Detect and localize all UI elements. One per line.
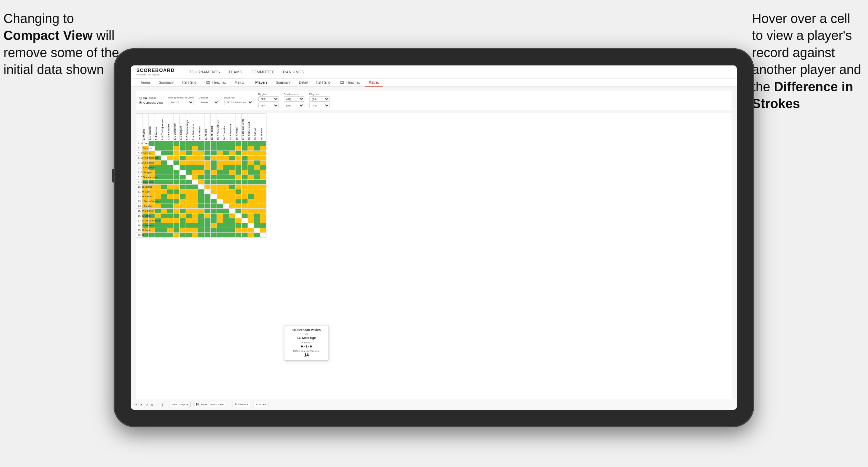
matrix-cell-8-2[interactable] <box>155 180 161 185</box>
matrix-cell-3-14[interactable] <box>229 156 236 160</box>
matrix-cell-2-5[interactable] <box>174 151 180 156</box>
matrix-cell-3-13[interactable] <box>223 156 229 160</box>
matrix-cell-1-5[interactable] <box>174 146 180 151</box>
matrix-cell-14-9[interactable] <box>198 209 205 214</box>
matrix-cell-10-2[interactable] <box>155 189 161 194</box>
matrix-cell-10-19[interactable] <box>260 189 266 194</box>
matrix-cell-2-6[interactable] <box>180 151 186 156</box>
players-select-2[interactable]: (All) <box>309 103 330 108</box>
matrix-cell-17-6[interactable] <box>180 223 186 228</box>
matrix-cell-15-15[interactable] <box>236 214 242 218</box>
matrix-cell-15-8[interactable] <box>192 214 198 218</box>
matrix-cell-17-15[interactable] <box>236 223 242 228</box>
matrix-cell-12-11[interactable] <box>211 199 217 204</box>
matrix-cell-8-19[interactable] <box>260 180 266 185</box>
reset-icon[interactable]: ↺ <box>145 403 148 406</box>
matrix-cell-3-8[interactable] <box>192 156 198 160</box>
matrix-cell-6-10[interactable] <box>205 170 211 175</box>
matrix-cell-5-17[interactable] <box>248 165 254 170</box>
matrix-cell-15-3[interactable] <box>161 214 167 218</box>
matrix-cell-15-6[interactable] <box>180 214 186 218</box>
matrix-cell-12-12[interactable] <box>217 199 223 204</box>
matrix-cell-6-12[interactable] <box>217 170 223 175</box>
matrix-cell-9-14[interactable] <box>229 185 236 189</box>
matrix-cell-6-11[interactable] <box>211 170 217 175</box>
matrix-cell-7-9[interactable] <box>198 175 205 180</box>
matrix-cell-12-9[interactable] <box>198 199 205 204</box>
division-select[interactable]: NCAA Division I <box>224 100 253 105</box>
matrix-cell-14-3[interactable] <box>161 209 167 214</box>
matrix-cell-4-9[interactable] <box>198 160 205 165</box>
matrix-cell-1-11[interactable] <box>211 146 217 151</box>
matrix-cell-10-11[interactable] <box>211 189 217 194</box>
share-btn[interactable]: ↗ Share <box>253 402 269 407</box>
matrix-cell-6-5[interactable] <box>174 170 180 175</box>
matrix-cell-0-17[interactable] <box>248 141 254 146</box>
matrix-cell-1-7[interactable] <box>186 146 192 151</box>
matrix-cell-16-9[interactable] <box>198 218 205 223</box>
matrix-cell-11-18[interactable] <box>254 194 260 199</box>
info-icon[interactable]: ℹ <box>162 403 163 406</box>
matrix-cell-0-3[interactable] <box>161 141 167 146</box>
matrix-cell-0-19[interactable] <box>260 141 266 146</box>
matrix-cell-10-1[interactable] <box>149 189 155 194</box>
matrix-cell-18-11[interactable] <box>211 228 217 233</box>
matrix-cell-17-17[interactable] <box>248 223 254 228</box>
matrix-cell-14-6[interactable] <box>180 209 186 214</box>
matrix-cell-0-8[interactable] <box>192 141 198 146</box>
matrix-cell-13-17[interactable] <box>248 204 254 209</box>
matrix-cell-19-9[interactable] <box>198 233 205 238</box>
matrix-cell-16-16[interactable] <box>242 218 248 223</box>
matrix-cell-15-4[interactable] <box>167 214 174 218</box>
matrix-cell-8-3[interactable] <box>161 180 167 185</box>
matrix-cell-1-14[interactable] <box>229 146 236 151</box>
matrix-cell-17-16[interactable] <box>242 223 248 228</box>
matrix-cell-13-14[interactable] <box>229 204 236 209</box>
tab-detail[interactable]: Detail <box>295 79 312 87</box>
matrix-cell-13-12[interactable] <box>217 204 223 209</box>
matrix-cell-2-8[interactable] <box>192 151 198 156</box>
matrix-cell-5-2[interactable] <box>155 165 161 170</box>
matrix-cell-0-12[interactable] <box>217 141 223 146</box>
matrix-cell-3-12[interactable] <box>217 156 223 160</box>
matrix-cell-2-10[interactable] <box>205 151 211 156</box>
matrix-cell-0-1[interactable] <box>149 141 155 146</box>
matrix-cell-19-7[interactable] <box>186 233 192 238</box>
matrix-cell-19-10[interactable] <box>205 233 211 238</box>
matrix-container[interactable]: 1. W Ding2. L Clanton3. J Koivun4. M Tho… <box>136 113 732 402</box>
matrix-cell-4-12[interactable] <box>217 160 223 165</box>
matrix-cell-13-4[interactable] <box>167 204 174 209</box>
matrix-cell-15-7[interactable] <box>186 214 192 218</box>
matrix-cell-8-7[interactable] <box>186 180 192 185</box>
matrix-cell-4-13[interactable] <box>223 160 229 165</box>
matrix-cell-1-19[interactable] <box>260 146 266 151</box>
matrix-cell-17-18[interactable] <box>254 223 260 228</box>
matrix-cell-9-13[interactable] <box>223 185 229 189</box>
matrix-cell-15-17[interactable] <box>248 214 254 218</box>
matrix-cell-14-18[interactable] <box>254 209 260 214</box>
matrix-cell-8-10[interactable] <box>205 180 211 185</box>
matrix-cell-14-4[interactable] <box>167 209 174 214</box>
matrix-cell-0-13[interactable] <box>223 141 229 146</box>
matrix-cell-8-13[interactable] <box>223 180 229 185</box>
matrix-cell-19-8[interactable] <box>192 233 198 238</box>
matrix-cell-3-11[interactable] <box>211 156 217 160</box>
matrix-cell-4-11[interactable] <box>211 160 217 165</box>
matrix-cell-16-11[interactable] <box>211 218 217 223</box>
matrix-cell-12-5[interactable] <box>174 199 180 204</box>
players-select-1[interactable]: (All) <box>309 96 330 102</box>
matrix-cell-2-15[interactable] <box>236 151 242 156</box>
matrix-cell-10-8[interactable] <box>192 189 198 194</box>
matrix-cell-3-7[interactable] <box>186 156 192 160</box>
matrix-cell-15-16[interactable] <box>242 214 248 218</box>
matrix-cell-10-12[interactable] <box>217 189 223 194</box>
matrix-cell-16-15[interactable] <box>236 218 242 223</box>
matrix-cell-7-19[interactable] <box>260 175 266 180</box>
matrix-cell-7-10[interactable] <box>205 175 211 180</box>
matrix-cell-6-16[interactable] <box>242 170 248 175</box>
matrix-cell-14-15[interactable] <box>236 209 242 214</box>
matrix-cell-19-16[interactable] <box>242 233 248 238</box>
matrix-cell-7-16[interactable] <box>242 175 248 180</box>
matrix-cell-4-19[interactable] <box>260 160 266 165</box>
matrix-cell-12-4[interactable] <box>167 199 174 204</box>
